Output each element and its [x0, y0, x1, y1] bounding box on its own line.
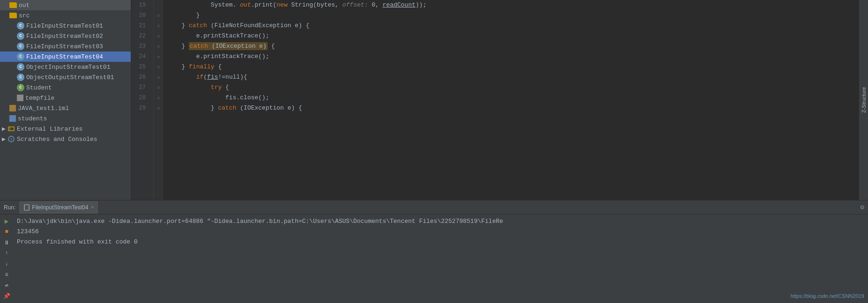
class-icon: C [17, 53, 24, 60]
arrow-icon: ▶ [2, 135, 7, 143]
code-line-25: } finally { [167, 62, 859, 72]
ext-lib-icon [7, 125, 15, 133]
console-line-3: Process finished with exit code 0 [17, 237, 864, 247]
fold-arrow[interactable]: ◇ [157, 85, 160, 90]
wrap-button[interactable]: ⇌ [1, 281, 12, 290]
down-button[interactable]: ↓ [1, 259, 12, 269]
svg-rect-4 [24, 205, 29, 210]
fold-arrow[interactable]: ◇ [157, 105, 160, 111]
code-line-29: } catch (IOException e) { [167, 103, 859, 113]
sidebar-item-obj-output[interactable]: C ObjectOutputStreamTest01 [0, 72, 131, 82]
sidebar-item-tempfile[interactable]: tempfile [0, 93, 131, 103]
sidebar-item-label: Student [26, 84, 52, 91]
code-line-19: System. out.print(new String(bytes, offs… [167, 0, 859, 10]
class-icon: C [17, 63, 24, 71]
sidebar-item-obj-input[interactable]: C ObjectInputStreamTest01 [0, 62, 131, 72]
file-tab-icon [23, 204, 30, 211]
sidebar-item-student[interactable]: C Student [0, 82, 131, 93]
folder-icon [9, 2, 17, 8]
console-line-1: D:\Java\jdk\bin\java.exe -Didea.launcher… [17, 216, 864, 227]
fold-arrow[interactable]: ◇ [157, 44, 160, 49]
code-line-24: e.printStackTrace(); [167, 52, 859, 62]
code-content[interactable]: System. out.print(new String(bytes, offs… [163, 0, 859, 200]
db-icon [9, 115, 16, 122]
sidebar-item-iml[interactable]: JAVA_test1.iml [0, 103, 131, 113]
sidebar-item-students[interactable]: students [0, 113, 131, 124]
code-line-22: e.printStackTrace(); [167, 31, 859, 41]
run-label: Run: [4, 204, 15, 211]
arrow-icon: ▼ [2, 12, 9, 19]
bottom-panel: Run: FileInputStreamTest04 × ⚙ ▶ ■ ⏸ ↑ ↓… [0, 200, 868, 303]
sidebar-item-label: ObjectInputStreamTest01 [26, 64, 110, 71]
bottom-content: ▶ ■ ⏸ ↑ ↓ ≡ ⇌ 📌 D:\Java\jdk\bin\java.exe… [0, 214, 868, 303]
run-tab[interactable]: FileInputStreamTest04 × [19, 201, 98, 214]
class-icon: C [17, 22, 24, 30]
sidebar-item-label: FileInputStreamTest01 [26, 22, 103, 30]
sidebar-item-label: ObjectOutputStreamTest01 [26, 74, 114, 81]
class-icon: C [17, 84, 24, 91]
scratches-icon: S [7, 135, 15, 143]
z-structure-sidebar[interactable]: Z-Structure [859, 0, 868, 200]
sidebar-item-label: FileInputStreamTest04 [26, 53, 103, 60]
sidebar-item-out[interactable]: ▶ out [0, 0, 131, 10]
file-icon [17, 95, 23, 101]
svg-text:S: S [10, 138, 13, 141]
line-numbers: 19 20 21 22 23 24 25 26 27 28 29 [131, 0, 154, 200]
run-tab-label: FileInputStreamTest04 [32, 204, 88, 211]
class-icon: C [17, 74, 24, 81]
stop-button[interactable]: ■ [1, 227, 12, 237]
fold-arrow[interactable]: ◇ [157, 13, 160, 18]
up-button[interactable]: ↑ [1, 249, 12, 259]
class-icon: C [17, 32, 24, 40]
sidebar-item-label: FileInputStreamTest02 [26, 33, 103, 40]
sidebar-item-label: Scratches and Consoles [17, 136, 97, 143]
code-line-23: } catch (IOException e) { [167, 41, 859, 52]
sidebar-item-file03[interactable]: C FileInputStreamTest03 [0, 41, 131, 52]
code-gutter: ◇ ◇ ◇ ◇ ◇ ◇ ◇ ◇ ◇ ◇ [154, 0, 163, 200]
fold-arrow[interactable]: ◇ [157, 33, 160, 39]
code-line-26: if(fis!=null){ [167, 72, 859, 82]
fold-arrow[interactable]: ◇ [157, 74, 160, 80]
fold-arrow[interactable]: ◇ [157, 95, 160, 101]
sidebar-item-label: External Libraries [17, 126, 82, 133]
sidebar-item-label: FileInputStreamTest03 [26, 43, 103, 50]
svg-rect-0 [8, 127, 14, 131]
code-line-27: try { [167, 82, 859, 93]
play-button[interactable]: ▶ [1, 216, 12, 226]
sidebar-item-src[interactable]: ▼ src [0, 10, 131, 21]
fold-arrow[interactable]: ◇ [157, 54, 160, 59]
sidebar-item-file01[interactable]: C FileInputStreamTest01 [0, 21, 131, 31]
code-line-20: } [167, 10, 859, 21]
lines-button[interactable]: ≡ [1, 270, 12, 280]
code-line-21: } catch (FileNotFoundException e) { [167, 21, 859, 31]
bottom-link[interactable]: https://blog.csdn.net/CSNN2019 [791, 291, 864, 301]
arrow-icon: ▶ [2, 125, 7, 133]
sidebar-item-label: out [19, 2, 30, 9]
sidebar-item-label: JAVA_test1.iml [18, 105, 69, 112]
sidebar-item-scratches[interactable]: ▶ S Scratches and Consoles [0, 134, 131, 144]
z-structure-label[interactable]: Z-Structure [861, 87, 867, 113]
pause-button[interactable]: ⏸ [1, 238, 12, 248]
sidebar-item-label: src [19, 12, 30, 19]
pin-button[interactable]: 📌 [1, 291, 12, 301]
bottom-tabs-bar: Run: FileInputStreamTest04 × ⚙ [0, 200, 868, 214]
console-line-2: 123456 [17, 227, 864, 237]
tab-close-button[interactable]: × [91, 205, 94, 210]
code-editor: 19 20 21 22 23 24 25 26 27 28 29 ◇ ◇ ◇ ◇… [131, 0, 859, 200]
class-icon: C [17, 43, 24, 50]
sidebar-item-file04[interactable]: C FileInputStreamTest04 [0, 52, 131, 62]
fold-arrow[interactable]: ◇ [157, 64, 160, 70]
sidebar-item-file02[interactable]: C FileInputStreamTest02 [0, 31, 131, 41]
sidebar-item-label: tempfile [25, 95, 54, 102]
bottom-toolbar: ▶ ■ ⏸ ↑ ↓ ≡ ⇌ 📌 [0, 214, 13, 303]
arrow-icon: ▶ [2, 1, 9, 9]
settings-icon[interactable]: ⚙ [861, 203, 864, 211]
xml-icon [9, 105, 16, 111]
sidebar-item-ext-libs[interactable]: ▶ External Libraries [0, 124, 131, 134]
code-line-28: fis.close(); [167, 93, 859, 103]
sidebar-item-label: students [18, 115, 47, 122]
project-sidebar: ▶ out ▼ src C FileInputStreamTest01 C Fi… [0, 0, 131, 200]
console-output: D:\Java\jdk\bin\java.exe -Didea.launcher… [13, 214, 868, 303]
fold-arrow[interactable]: ◇ [157, 23, 160, 29]
folder-icon [9, 13, 17, 18]
